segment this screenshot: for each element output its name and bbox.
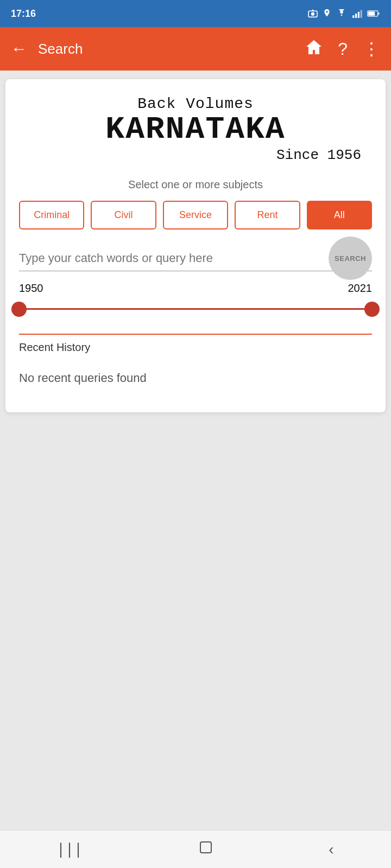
subject-civil-btn[interactable]: Civil: [91, 201, 156, 229]
nav-recent-button[interactable]: ∣∣∣: [57, 840, 83, 858]
svg-rect-5: [361, 10, 362, 18]
year-labels: 1950 2021: [19, 282, 372, 295]
search-button[interactable]: SEARCH: [329, 237, 372, 280]
svg-rect-8: [200, 842, 211, 853]
main-card: Back Volumes KARNATAKA Since 1956 Select…: [5, 79, 386, 412]
recent-history-label: Recent History: [19, 335, 372, 360]
slider-thumb-right[interactable]: [364, 302, 380, 317]
no-queries-message: No recent queries found: [19, 360, 372, 396]
year-start-label: 1950: [19, 282, 43, 295]
more-button[interactable]: ⋮: [363, 39, 380, 59]
slider-track: [19, 308, 372, 310]
bottom-nav: ∣∣∣ ‹: [0, 830, 391, 868]
slider-thumb-left[interactable]: [11, 302, 27, 317]
svg-rect-3: [355, 14, 357, 18]
subjects-row: Criminal Civil Service Rent All: [19, 201, 372, 229]
search-area: SEARCH: [19, 246, 372, 271]
wifi-icon: [336, 9, 348, 18]
subject-service-btn[interactable]: Service: [163, 201, 228, 229]
status-time: 17:16: [11, 8, 36, 20]
search-input[interactable]: [19, 246, 372, 271]
app-bar-title: Search: [38, 41, 294, 58]
subjects-label: Select one or more subjects: [19, 178, 372, 191]
year-range: 1950 2021: [19, 282, 372, 317]
back-button[interactable]: ←: [11, 40, 27, 58]
recent-history-section: Recent History No recent queries found: [19, 334, 372, 396]
nav-back-button[interactable]: ‹: [329, 841, 333, 858]
home-button[interactable]: [305, 39, 323, 59]
status-icons: [307, 8, 380, 19]
status-bar: 17:16: [0, 0, 391, 27]
svg-rect-2: [352, 15, 354, 18]
subject-rent-btn[interactable]: Rent: [235, 201, 300, 229]
logo-since: Since 1956: [19, 147, 372, 163]
svg-rect-7: [368, 11, 375, 16]
year-slider[interactable]: [19, 301, 372, 317]
subject-all-btn[interactable]: All: [307, 201, 372, 229]
svg-point-1: [311, 12, 314, 16]
location-icon: [323, 8, 331, 19]
app-bar: ← Search ? ⋮: [0, 27, 391, 71]
photo-icon: [307, 9, 318, 18]
battery-icon: [367, 10, 380, 17]
logo-karnataka: KARNATAKA: [19, 112, 372, 147]
svg-rect-4: [358, 12, 360, 18]
logo-section: Back Volumes KARNATAKA Since 1956: [19, 95, 372, 163]
year-end-label: 2021: [348, 282, 373, 295]
help-button[interactable]: ?: [338, 39, 348, 59]
signal-icon: [352, 9, 363, 18]
app-bar-actions: ? ⋮: [305, 39, 380, 59]
nav-home-button[interactable]: [198, 839, 214, 859]
logo-back-volumes: Back Volumes: [19, 95, 372, 112]
subject-criminal-btn[interactable]: Criminal: [19, 201, 84, 229]
